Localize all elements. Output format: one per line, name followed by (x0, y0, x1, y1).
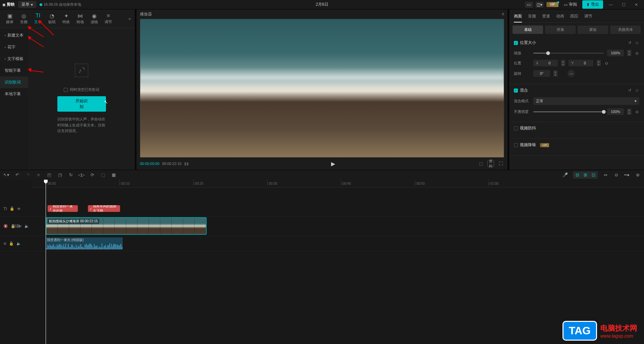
lock-icon[interactable]: 🔓 (9, 241, 14, 246)
text-clip[interactable]: ♪我曾遇到一束光在前 (48, 205, 78, 212)
position-check-icon[interactable]: ✓ (514, 41, 518, 45)
reset-icon[interactable]: ↺ (627, 41, 632, 45)
subtab-mask[interactable]: 蒙版 (578, 25, 608, 34)
menu-button[interactable]: 菜单 ▾ (18, 1, 36, 8)
scale-input[interactable] (607, 50, 624, 56)
minimize-button[interactable]: — (606, 1, 616, 8)
opacity-input[interactable] (607, 108, 624, 115)
zoom-out-icon[interactable]: ⊖ (613, 172, 619, 178)
sidebar-recognize-lyrics[interactable]: 识别歌词 (0, 76, 28, 88)
pos-y-input[interactable] (577, 60, 593, 66)
tab-transition[interactable]: ⋈转场 (73, 11, 87, 26)
text-clip[interactable]: ♪我将带风的翅膀去飞翔 (88, 205, 120, 212)
clear-lyrics-checkbox[interactable] (64, 88, 68, 92)
smart-button[interactable]: ▦ (111, 172, 117, 178)
rot-up[interactable]: ▴ (553, 70, 557, 73)
export-button[interactable]: ⬆ 导出 (582, 0, 603, 9)
scale-down[interactable]: ▾ (627, 53, 631, 56)
play-button[interactable]: ▶ (331, 161, 335, 167)
inspector-tab-adjust[interactable]: 调节 (584, 13, 592, 19)
denoise-checkbox[interactable] (514, 143, 518, 147)
track-height-icon[interactable]: ⇔ (602, 172, 608, 178)
stabilize-checkbox[interactable] (514, 126, 518, 130)
scale-slider[interactable] (533, 53, 604, 54)
cover-label[interactable]: 封面 (0, 224, 32, 229)
opacity-down[interactable]: ▾ (627, 112, 631, 115)
y-up[interactable]: ▴ (597, 60, 601, 63)
blend-mode-select[interactable]: 正常▾ (533, 97, 639, 105)
close-button[interactable]: ✕ (631, 1, 641, 8)
subtab-beauty[interactable]: 美颜美体 (610, 25, 641, 34)
mirror-button[interactable]: ◁▷ (78, 172, 85, 178)
screenshot-icon[interactable]: ⬚ (477, 160, 484, 167)
rot-down[interactable]: ▾ (553, 73, 557, 76)
pos-x-input[interactable] (541, 60, 558, 66)
blend-keyframe-icon[interactable]: ◇ (635, 88, 639, 93)
redo-button[interactable]: ↷ (25, 172, 31, 178)
inspector-tab-speed[interactable]: 变速 (542, 13, 550, 19)
audio-clip[interactable]: 我曾遇到一束光 (纯国版) (46, 237, 123, 249)
tab-media[interactable]: ▣媒体 (3, 11, 17, 26)
inspector-tab-tracking[interactable]: 跟踪 (570, 13, 578, 19)
sidebar-text-template[interactable]: 文字模板 (0, 53, 28, 65)
review-button[interactable]: ▭ 审阅 (561, 1, 580, 8)
video-preview[interactable] (140, 19, 504, 158)
fullscreen-icon[interactable]: ⛶ (497, 160, 504, 167)
ratio-badge[interactable]: 原始 (487, 160, 494, 167)
inspector-tab-video[interactable]: 画面 (514, 13, 522, 22)
player-menu-icon[interactable]: ≡ (502, 12, 504, 16)
tab-filter[interactable]: ◉滤镜 (87, 11, 101, 26)
sidebar-local-subtitle[interactable]: 本地字幕 (0, 88, 28, 100)
blend-reset-icon[interactable]: ↺ (627, 88, 632, 93)
sidebar-new-text[interactable]: 新建文本 (0, 30, 28, 41)
lock-icon[interactable]: 🔓 (10, 207, 14, 211)
audio-collapse-icon[interactable]: ⊖ (3, 241, 6, 246)
video-clip[interactable]: 航拍慢镜头沙滩海浪 00:00:22:15 (46, 217, 207, 235)
zoom-slider-icon[interactable]: ━● (624, 172, 630, 178)
delete-left-button[interactable]: ◰ (46, 172, 52, 178)
tab-effect[interactable]: ✦特效 (59, 11, 73, 26)
inspector-tab-animation[interactable]: 动画 (556, 13, 564, 19)
delete-right-button[interactable]: ◳ (57, 172, 63, 178)
sidebar-smart-subtitle[interactable]: 智能字幕 (0, 65, 28, 76)
rotation-dial[interactable]: — (568, 70, 575, 77)
split-button[interactable]: ⎏ (36, 172, 42, 178)
timeline-ruler[interactable]: | 00:00| 00:10| 00:20| 00:30| 00:40| 00:… (32, 180, 644, 188)
vip-badge[interactable]: VIP (546, 2, 558, 7)
scale-up[interactable]: ▴ (627, 50, 631, 53)
tab-sticker[interactable]: ◔贴纸 (45, 11, 59, 26)
y-down[interactable]: ▾ (597, 63, 601, 66)
inspector-tab-audio[interactable]: 音频 (528, 13, 536, 19)
rotation-input[interactable] (533, 70, 550, 77)
magnet-icon[interactable]: ⊟ (574, 172, 580, 178)
loop-button[interactable]: ↻ (68, 172, 74, 178)
eye-icon[interactable]: 👁 (17, 207, 21, 211)
tab-adjust[interactable]: ≡调节 (101, 11, 115, 26)
scale-keyframe[interactable]: ◇ (635, 51, 639, 55)
crop-button[interactable]: ⬚ (100, 172, 106, 178)
x-down[interactable]: ▾ (561, 63, 565, 66)
sidebar-fancy-text[interactable]: 花字 (0, 41, 28, 53)
pos-keyframe[interactable]: ◇ (604, 61, 609, 65)
cursor-tool[interactable]: ↖▾ (3, 172, 9, 178)
volume-bars-icon[interactable]: ▮▮ (184, 161, 189, 166)
tab-audio[interactable]: ◎音频 (17, 11, 31, 26)
playhead[interactable] (46, 180, 46, 344)
subtab-basic[interactable]: 基础 (513, 25, 543, 34)
start-recognize-button[interactable]: 开始识别 (57, 96, 106, 112)
keyframe-icon[interactable]: ◇ (635, 41, 639, 45)
layout-icon-2[interactable]: ◫▾ (536, 2, 544, 8)
preview-icon[interactable]: ⊡ (590, 172, 596, 178)
undo-button[interactable]: ↶ (14, 172, 20, 178)
zoom-fit-icon[interactable]: ⊕ (635, 172, 641, 178)
opacity-up[interactable]: ▴ (627, 109, 631, 112)
tab-text[interactable]: TI文本 (31, 11, 45, 26)
opacity-keyframe[interactable]: ◇ (635, 109, 639, 114)
mic-icon[interactable]: 🎤 (562, 172, 568, 178)
expand-tabs-button[interactable]: » (127, 15, 132, 22)
audio-vol-icon[interactable]: 🔈 (16, 241, 21, 246)
layout-icon-1[interactable]: ▭ (525, 2, 533, 8)
link-icon[interactable]: ⊞ (582, 172, 588, 178)
opacity-slider[interactable] (533, 111, 604, 112)
subtab-cutout[interactable]: 抠像 (545, 25, 576, 34)
